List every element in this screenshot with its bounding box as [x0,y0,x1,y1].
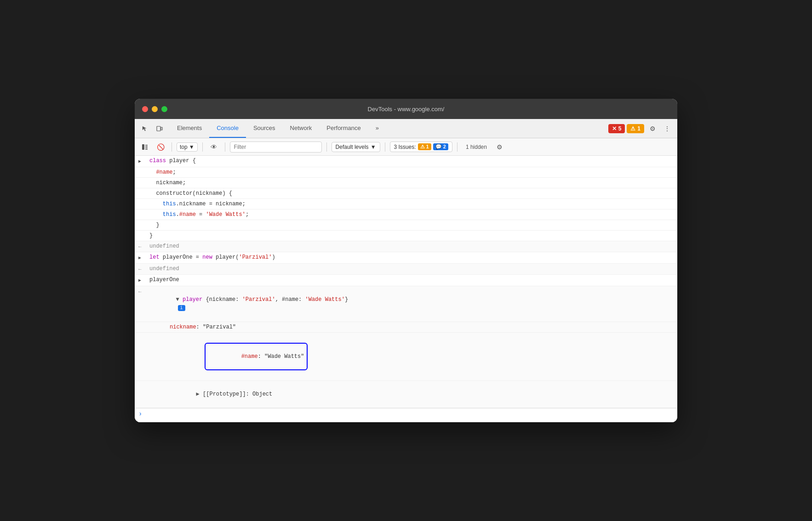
maximize-button[interactable] [161,106,167,112]
console-content: ▶ class player { #name; nickname; constr… [135,156,677,422]
error-icon: ✕ [612,125,617,132]
warning-count: 1 [637,125,640,132]
more-menu-button[interactable]: ⋮ [661,122,674,135]
line-content: #name; [149,168,677,176]
line-gutter: ← [138,287,149,296]
warn-icon: ⚠ [420,144,425,149]
line-content: } [149,221,677,229]
settings-button[interactable]: ⚙ [646,122,659,135]
line-gutter [149,323,160,323]
tab-console[interactable]: Console [209,119,246,138]
toolbar-divider-2 [202,142,203,152]
info-icon-badge: i [178,305,185,311]
minimize-button[interactable] [152,106,158,112]
line-gutter [138,210,149,211]
line-gutter: ▶ [138,276,149,285]
levels-label: Default levels [336,144,369,150]
line-content: nickname: "Parzival" [160,323,677,331]
dropdown-arrow: ▼ [189,144,194,150]
error-badge[interactable]: ✕ 5 [608,124,625,133]
line-gutter [138,221,149,221]
tab-sources[interactable]: Sources [246,119,283,138]
select-element-button[interactable] [138,122,151,135]
expand-arrow-2[interactable]: ▶ [138,255,141,260]
error-count: 5 [618,125,622,132]
issues-warn-badge: ⚠ 1 [418,143,431,150]
line-gutter: ← [138,265,149,273]
tab-elements[interactable]: Elements [170,119,209,138]
toolbar-divider-6 [457,142,457,152]
levels-dropdown-arrow: ▼ [371,144,376,150]
svg-rect-2 [142,144,144,150]
tab-network[interactable]: Network [283,119,320,138]
console-prop-nickname: nickname: "Parzival" [135,322,677,333]
highlighted-property: #name: "Wade Watts" [205,343,308,370]
window-title: DevTools - www.google.com/ [368,106,445,113]
issues-button[interactable]: 3 Issues: ⚠ 1 💬 2 [390,142,452,152]
line-gutter [138,189,149,190]
console-input-1-6: this.#name = 'Wade Watts'; [135,210,677,220]
title-bar: DevTools - www.google.com/ [135,99,677,119]
svg-rect-0 [157,126,160,131]
issues-info-badge: 💬 2 [433,143,448,150]
console-input-3: ▶ playerOne [135,275,677,286]
hidden-settings-button[interactable]: ⚙ [493,141,506,153]
issues-label: 3 Issues: [394,144,416,150]
line-content: this.#name = 'Wade Watts'; [149,210,677,219]
line-content: ▶ [[Prototype]]: Object [160,382,677,407]
line-content: undefined [149,265,677,273]
console-input-1-8: } [135,231,677,241]
line-content: this.nickname = nickname; [149,200,677,208]
device-toolbar-button[interactable] [153,122,166,135]
line-gutter [138,168,149,169]
context-selector[interactable]: top ▼ [177,142,198,152]
no-errors-button[interactable]: 🚫 [154,141,167,153]
console-input-1-5: this.nickname = nickname; [135,199,677,210]
console-input-1-3: nickname; [135,178,677,188]
hidden-button[interactable]: 1 hidden [462,142,491,152]
line-gutter [138,179,149,179]
toolbar-divider-4 [326,142,327,152]
console-prop-prototype: ▶ [[Prototype]]: Object [135,381,677,408]
console-input-1-2: #name; [135,167,677,178]
toolbar-divider-5 [385,142,385,152]
expand-arrow-3[interactable]: ▶ [138,278,141,283]
toolbar-divider-3 [225,142,225,152]
line-gutter [138,200,149,200]
eye-button[interactable]: 👁 [207,141,220,153]
line-gutter: ▶ [138,253,149,262]
warning-badge[interactable]: ⚠ 1 [627,124,644,133]
tab-performance[interactable]: Performance [319,119,368,138]
prototype-expand-arrow[interactable]: ▶ [196,391,200,397]
line-gutter: ← [138,242,149,251]
tab-bar-right: ✕ 5 ⚠ 1 ⚙ ⋮ [608,119,674,138]
line-content: let playerOne = new player('Parzival') [149,253,677,261]
line-gutter [149,334,160,334]
tab-bar-icons [138,119,166,138]
expand-arrow[interactable]: ▶ [138,159,141,164]
devtools-window: DevTools - www.google.com/ Elements Cons… [135,99,677,422]
console-prop-name: #name: "Wade Watts" [135,333,677,381]
line-content: undefined [149,242,677,250]
console-input-1: ▶ class player { [135,156,677,167]
console-prompt[interactable]: › [135,408,677,419]
line-content: nickname; [149,179,677,187]
object-expand-arrow[interactable]: ▼ [176,296,179,303]
console-output-1: ← undefined [135,241,677,252]
console-toolbar: 🚫 top ▼ 👁 Default levels ▼ 3 Issues: ⚠ 1… [135,138,677,156]
svg-rect-1 [161,127,162,130]
line-gutter [138,232,149,232]
filter-input[interactable] [230,142,322,153]
close-button[interactable] [142,106,148,112]
clear-console-button[interactable] [138,141,151,153]
prompt-arrow: › [138,410,142,418]
tab-more[interactable]: » [368,119,386,138]
line-gutter [149,382,160,382]
line-content: } [149,232,677,240]
context-label: top [180,144,188,150]
warning-icon: ⚠ [630,125,635,132]
console-object-output: ← ▼ player {nickname: 'Parzival', #name:… [135,286,677,322]
traffic-lights [142,106,167,112]
log-levels-button[interactable]: Default levels ▼ [332,142,380,152]
line-content: class player { [149,157,677,165]
